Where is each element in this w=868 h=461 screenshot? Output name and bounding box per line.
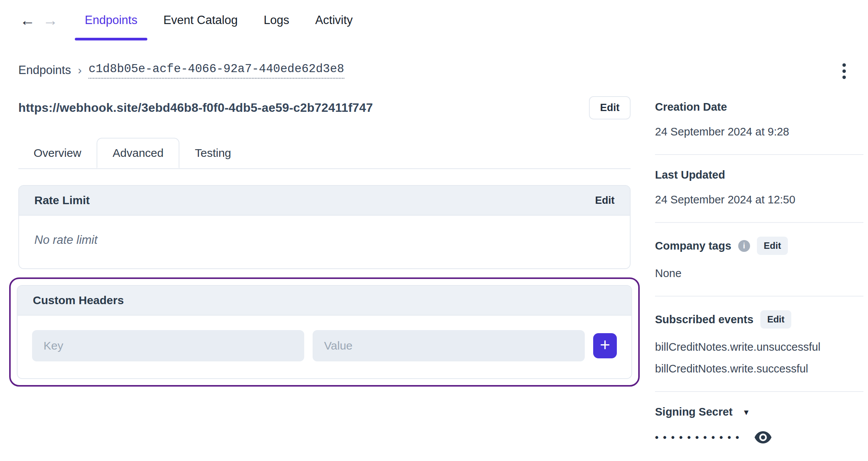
rate-limit-title: Rate Limit — [34, 194, 90, 207]
creation-date-value: 24 September 2024 at 9:28 — [655, 126, 863, 138]
company-tags-edit-button[interactable]: Edit — [757, 237, 788, 255]
back-arrow-icon[interactable]: ← — [19, 0, 36, 40]
last-updated-section: Last Updated 24 September 2024 at 12:50 — [655, 155, 863, 223]
last-updated-label: Last Updated — [655, 169, 863, 181]
company-tags-label: Company tags — [655, 240, 731, 252]
custom-headers-card-header: Custom Headers — [18, 286, 631, 316]
masked-secret-value: ••••••••••• — [655, 432, 744, 443]
kebab-menu-icon — [842, 63, 846, 67]
breadcrumb-endpoints-link[interactable]: Endpoints — [18, 63, 71, 77]
custom-headers-highlight-ring: Custom Headers + — [9, 277, 640, 387]
rate-limit-edit-button[interactable]: Edit — [595, 195, 615, 206]
last-updated-value: 24 September 2024 at 12:50 — [655, 193, 863, 206]
signing-secret-value-row: ••••••••••• — [655, 431, 863, 443]
detail-tabs: Overview Advanced Testing — [18, 138, 631, 169]
endpoint-url: https://webhook.site/3ebd46b8-f0f0-4db5-… — [18, 101, 373, 115]
rate-limit-card: Rate Limit Edit No rate limit — [18, 185, 631, 269]
subscribed-events-edit-button[interactable]: Edit — [760, 310, 791, 329]
eye-icon[interactable] — [754, 431, 772, 443]
rate-limit-card-header: Rate Limit Edit — [19, 186, 630, 216]
primary-tabs: Endpoints Event Catalog Logs Activity — [75, 0, 363, 40]
chevron-down-icon[interactable]: ▾ — [744, 408, 749, 417]
creation-date-section: Creation Date 24 September 2024 at 9:28 — [655, 101, 863, 155]
tab-activity[interactable]: Activity — [305, 0, 363, 40]
breadcrumb-endpoint-id[interactable]: c1d8b05e-acfe-4066-92a7-440ede62d3e8 — [89, 62, 344, 79]
forward-arrow-icon[interactable]: → — [42, 0, 59, 40]
signing-secret-section: Signing Secret ▾ ••••••••••• — [655, 392, 863, 459]
tab-overview[interactable]: Overview — [18, 138, 97, 168]
chevron-right-icon: › — [78, 64, 82, 77]
tab-testing[interactable]: Testing — [179, 138, 246, 168]
info-icon[interactable]: i — [738, 240, 750, 252]
endpoint-url-row: https://webhook.site/3ebd46b8-f0f0-4db5-… — [18, 96, 631, 119]
company-tags-value: None — [655, 267, 863, 280]
rate-limit-card-body: No rate limit — [19, 216, 630, 268]
custom-headers-card-body: + — [18, 316, 631, 378]
custom-headers-title: Custom Headers — [33, 294, 124, 307]
no-rate-limit-text: No rate limit — [34, 233, 97, 247]
top-nav: ← → Endpoints Event Catalog Logs Activit… — [0, 0, 868, 40]
signing-secret-label: Signing Secret — [655, 406, 732, 418]
tab-event-catalog[interactable]: Event Catalog — [153, 0, 248, 40]
breadcrumb: Endpoints › c1d8b05e-acfe-4066-92a7-440e… — [18, 61, 850, 79]
more-options-button[interactable] — [839, 60, 850, 83]
subscribed-events-section: Subscribed events Edit billCreditNotes.w… — [655, 297, 863, 392]
creation-date-label: Creation Date — [655, 101, 863, 113]
add-header-button[interactable]: + — [593, 333, 617, 358]
content-area: https://webhook.site/3ebd46b8-f0f0-4db5-… — [0, 79, 868, 459]
header-value-input[interactable] — [313, 330, 585, 361]
custom-headers-card: Custom Headers + — [17, 285, 632, 379]
header-key-input[interactable] — [32, 330, 304, 361]
subscribed-event-item: billCreditNotes.write.unsuccessful — [655, 341, 863, 353]
webhook-endpoint-page: ← → Endpoints Event Catalog Logs Activit… — [0, 0, 868, 461]
endpoint-main-panel: https://webhook.site/3ebd46b8-f0f0-4db5-… — [18, 79, 631, 459]
edit-url-button[interactable]: Edit — [589, 96, 631, 119]
tab-advanced[interactable]: Advanced — [97, 138, 179, 168]
endpoint-details-sidebar: Creation Date 24 September 2024 at 9:28 … — [655, 101, 863, 459]
subscribed-events-label: Subscribed events — [655, 313, 753, 326]
subscribed-event-item: billCreditNotes.write.successful — [655, 363, 863, 375]
tab-logs[interactable]: Logs — [254, 0, 299, 40]
company-tags-section: Company tags i Edit None — [655, 223, 863, 297]
tab-endpoints[interactable]: Endpoints — [75, 0, 147, 40]
